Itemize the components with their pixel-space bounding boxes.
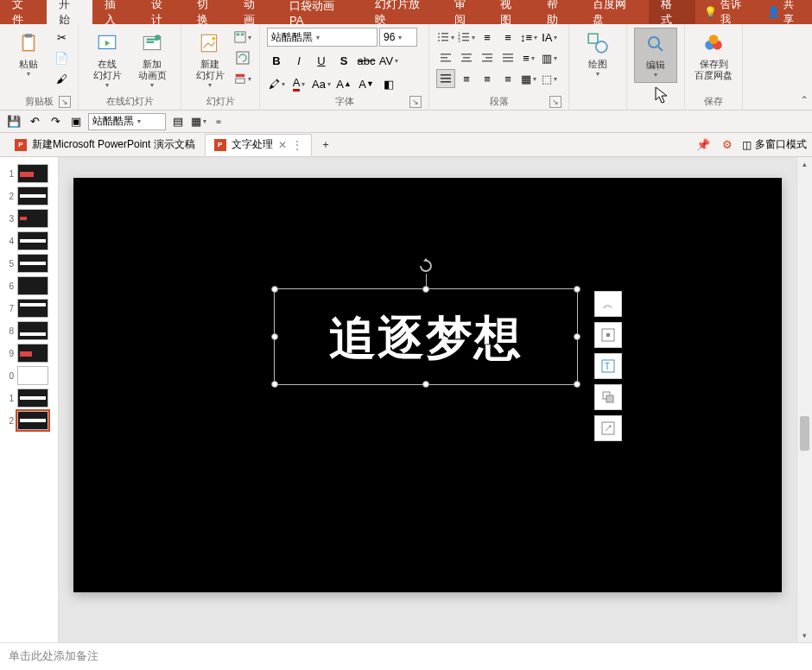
line-spacing-button[interactable]: ↕≡▾ — [519, 28, 538, 47]
rotate-handle[interactable] — [418, 258, 434, 274]
align-center2-button[interactable]: ≡ — [478, 69, 497, 88]
arrange-button[interactable]: ⬚▾ — [540, 69, 559, 88]
cut-button[interactable]: ✂ — [52, 28, 71, 47]
thumb-7[interactable]: 7 — [0, 297, 58, 319]
tab-pa[interactable]: 口袋动画 PA — [277, 0, 363, 24]
tab-transitions[interactable]: 切换 — [185, 0, 232, 24]
thumb-3[interactable]: 3 — [0, 207, 58, 230]
resize-handle-n[interactable] — [422, 286, 429, 293]
thumb-2[interactable]: 2 — [0, 185, 58, 207]
new-slide-button[interactable]: 新建 幻灯片 ▾ — [188, 28, 232, 92]
tab-animations[interactable]: 动画 — [232, 0, 278, 24]
tab-help[interactable]: 帮助 — [535, 0, 581, 24]
align-right-button[interactable] — [478, 48, 497, 67]
distributed-button[interactable] — [436, 69, 455, 88]
layout-button[interactable]: ▾ — [233, 28, 252, 47]
align-right2-button[interactable]: ≡ — [498, 69, 517, 88]
thumb-9[interactable]: 9 — [0, 342, 58, 364]
resize-handle-s[interactable] — [422, 381, 429, 388]
settings-button[interactable]: ⚙ — [718, 136, 737, 155]
tab-format[interactable]: 格式 — [649, 0, 695, 24]
grow-font-button[interactable]: A▲ — [334, 74, 353, 93]
highlight-button[interactable]: 🖍▾ — [267, 74, 286, 93]
scrollbar-thumb[interactable] — [800, 416, 809, 451]
resize-handle-se[interactable] — [574, 381, 580, 388]
thumb-8[interactable]: 8 — [0, 319, 58, 342]
tab-review[interactable]: 审阅 — [442, 0, 489, 24]
text-direction-button[interactable]: ⅠA▾ — [540, 28, 559, 47]
qat-font-combo[interactable]: 站酷酷黑▾ — [88, 113, 166, 130]
shrink-font-button[interactable]: A▼ — [357, 74, 376, 93]
numbering-button[interactable]: 123▾ — [457, 28, 476, 47]
tab-insert[interactable]: 插入 — [92, 0, 139, 24]
convert-smartart-button[interactable]: ▦▾ — [519, 69, 538, 88]
clipboard-launcher[interactable]: ↘ — [59, 96, 71, 108]
scroll-down-button[interactable]: ▾ — [797, 629, 812, 642]
vertical-scrollbar[interactable]: ▴ ▾ — [796, 157, 812, 642]
tell-me-search[interactable]: 💡 告诉我 — [695, 0, 759, 27]
thumb-1[interactable]: 1 — [0, 162, 58, 185]
font-color-button[interactable]: A▾ — [289, 74, 308, 93]
vertical-align-button[interactable]: ≡▾ — [519, 48, 538, 67]
tab-file[interactable]: 文件 — [0, 0, 47, 24]
redo-button[interactable]: ↷ — [47, 113, 64, 130]
float-collapse-button[interactable]: ︽ — [594, 291, 622, 317]
thumb-5[interactable]: 5 — [0, 252, 58, 275]
paragraph-launcher[interactable]: ↘ — [549, 96, 561, 108]
format-painter-button[interactable]: 🖌 — [52, 69, 71, 88]
close-tab-button[interactable]: ✕ — [278, 139, 287, 151]
resize-handle-nw[interactable] — [271, 286, 278, 293]
strike-button[interactable]: abc — [357, 51, 376, 70]
copy-button[interactable]: 📄 — [52, 48, 71, 67]
bold-button[interactable]: B — [267, 51, 286, 70]
bullets-button[interactable]: ▾ — [436, 28, 455, 47]
qat-overflow[interactable]: ＝ — [211, 113, 226, 130]
font-size-combo[interactable]: 96▾ — [379, 28, 417, 47]
change-case-button[interactable]: Aa▾ — [312, 74, 331, 93]
tab-slideshow[interactable]: 幻灯片放映 — [363, 0, 442, 24]
resize-handle-sw[interactable] — [271, 381, 278, 388]
float-text-button[interactable]: T — [594, 353, 622, 379]
float-size-button[interactable] — [594, 415, 622, 441]
align-left-button[interactable] — [436, 48, 455, 67]
multi-window-button[interactable]: ◫ 多窗口模式 — [742, 137, 807, 152]
tab-baidu[interactable]: 百度网盘 — [580, 0, 649, 24]
section-button[interactable]: ▾ — [233, 69, 252, 88]
title-textbox[interactable]: 追逐梦想 ︽ T — [274, 288, 578, 385]
tab-design[interactable]: 设计 — [139, 0, 186, 24]
underline-button[interactable]: U — [312, 51, 331, 70]
thumb-12[interactable]: 2 — [0, 409, 58, 432]
start-slideshow-button[interactable]: ▣ — [67, 113, 85, 130]
tab-menu-button[interactable]: ⋮ — [292, 139, 302, 151]
clear-format-button[interactable]: ◧ — [379, 74, 398, 93]
indent-decrease-button[interactable]: ≡ — [478, 28, 497, 47]
undo-button[interactable]: ↶ — [26, 113, 43, 130]
resize-handle-ne[interactable] — [574, 286, 580, 293]
font-name-combo[interactable]: 站酷酷黑▾ — [267, 28, 377, 47]
font-launcher[interactable]: ↘ — [409, 96, 422, 108]
align-left2-button[interactable]: ≡ — [457, 69, 476, 88]
align-center-button[interactable] — [457, 48, 476, 67]
align-justify-button[interactable] — [498, 48, 517, 67]
scroll-up-button[interactable]: ▴ — [797, 157, 812, 171]
qat-grid-button[interactable]: ▦▾ — [190, 113, 207, 130]
slide-thumbnails[interactable]: 1 2 3 4 5 6 7 8 9 0 1 2 — [0, 157, 59, 642]
tab-view[interactable]: 视图 — [488, 0, 535, 24]
collapse-ribbon-button[interactable]: ⌃ — [800, 94, 809, 106]
italic-button[interactable]: I — [289, 51, 308, 70]
thumb-11[interactable]: 1 — [0, 387, 58, 409]
doc-tab-1[interactable]: P 新建Microsoft PowerPoint 演示文稿 — [5, 134, 205, 156]
reset-button[interactable] — [233, 48, 252, 67]
thumb-10[interactable]: 0 — [0, 364, 58, 387]
editing-button[interactable]: 编辑 ▾ — [634, 28, 677, 83]
float-align-button[interactable] — [594, 322, 622, 348]
thumb-6[interactable]: 6 — [0, 275, 58, 297]
indent-increase-button[interactable]: ≡ — [498, 28, 517, 47]
paste-button[interactable]: 粘贴 ▾ — [7, 28, 50, 81]
save-baidu-button[interactable]: 保存到 百度网盘 — [692, 28, 735, 85]
columns-button[interactable]: ▥▾ — [540, 48, 559, 67]
drawing-button[interactable]: 绘图 ▾ — [576, 28, 619, 81]
shadow-button[interactable]: S — [334, 51, 353, 70]
new-tab-button[interactable]: ＋ — [315, 135, 336, 155]
share-button[interactable]: 👤 共享 — [758, 0, 812, 27]
